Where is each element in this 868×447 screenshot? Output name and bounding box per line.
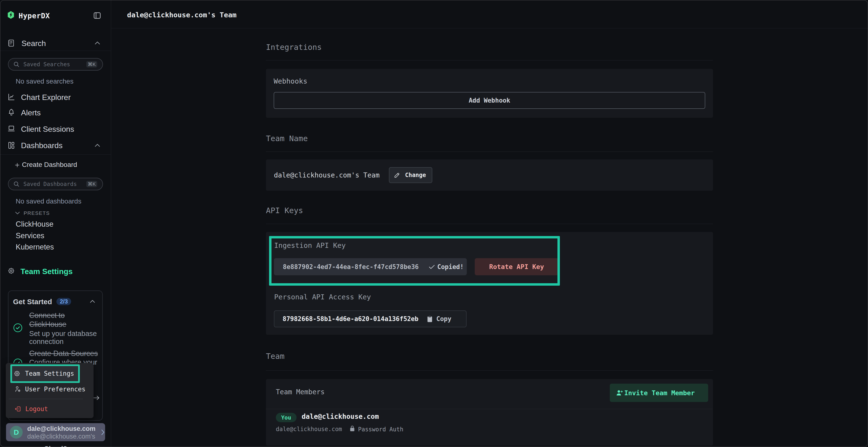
cloud-banner-text[interactable]: Cloud?: [0, 445, 111, 447]
user-subtitle: dale@clickhouse.com's: [27, 433, 95, 440]
copy-label: Copy: [436, 315, 452, 322]
change-team-name-button[interactable]: Change: [389, 167, 432, 183]
preset-item-clickhouse[interactable]: ClickHouse: [16, 220, 54, 229]
sidebar-divider: [0, 50, 111, 51]
menu-item-team-settings[interactable]: Team Settings: [14, 370, 81, 378]
magnifier-icon: [13, 61, 20, 67]
saved-dashboards-input[interactable]: ⌘K: [8, 178, 103, 190]
user-name: dale@clickhouse.com: [27, 425, 95, 433]
team-name-value: dale@clickhouse.com's Team: [274, 171, 379, 179]
client-sessions-laptop-icon: [8, 126, 15, 132]
shortcut-badge: ⌘K: [86, 181, 97, 187]
sidebar-collapse-icon[interactable]: [94, 12, 101, 19]
nav-label: Chart Explorer: [21, 93, 71, 102]
clipboard-icon: [427, 315, 433, 322]
sidebar-item-chart-explorer[interactable]: Chart Explorer: [0, 93, 111, 102]
team-section-label: Team: [266, 352, 284, 361]
section-divider: [266, 370, 713, 371]
alerts-bell-icon: [8, 108, 15, 116]
nav-label: Client Sessions: [21, 125, 74, 134]
section-divider: [266, 60, 713, 61]
change-button-label: Change: [405, 172, 426, 178]
shortcut-badge: ⌘K: [86, 61, 97, 67]
sidebar-item-alerts[interactable]: Alerts: [0, 108, 111, 117]
chart-explorer-icon: [8, 94, 15, 101]
dashboards-layout-icon: [8, 142, 15, 149]
ingestion-key-highlight-box: [269, 236, 560, 286]
member-email: dale@clickhouse.com: [276, 426, 342, 433]
check-circle-icon: [13, 323, 23, 332]
chevron-up-icon[interactable]: [94, 41, 100, 45]
webhooks-title: Webhooks: [274, 77, 307, 85]
saved-searches-input-field[interactable]: [23, 61, 86, 67]
presets-toggle[interactable]: PRESETS: [0, 209, 111, 217]
nav-label: Dashboards: [21, 141, 63, 150]
no-saved-dashboards-note: No saved dashboards: [16, 198, 81, 205]
sidebar-item-client-sessions[interactable]: Client Sessions: [0, 125, 111, 134]
team-name-section-label: Team Name: [266, 134, 308, 143]
menu-user-preferences-label: User Preferences: [25, 386, 85, 393]
menu-divider: [9, 399, 83, 399]
sidebar-item-search[interactable]: Search: [0, 39, 111, 49]
create-dashboard-label: Create Dashboard: [22, 161, 77, 169]
preset-item-kubernetes[interactable]: Kubernetes: [16, 243, 54, 251]
saved-dashboards-input-field[interactable]: [23, 181, 86, 187]
get-started-title: Get Started: [13, 298, 52, 306]
add-webhook-button[interactable]: Add Webhook: [274, 92, 705, 109]
presets-label: PRESETS: [24, 210, 50, 216]
invite-team-member-button[interactable]: Invite Team Member: [610, 384, 708, 402]
personal-api-key-label: Personal API Access Key: [274, 293, 371, 301]
sidebar-item-team-settings[interactable]: Team Settings: [0, 267, 111, 277]
person-plus-icon: [616, 389, 623, 396]
chevron-down-icon: [15, 211, 20, 215]
get-started-progress-badge: 2/3: [56, 298, 71, 305]
team-card-divider: [266, 409, 713, 409]
hyperdx-logo-icon: [7, 11, 14, 19]
personal-api-key-value: 87982668-58b1-4d6e-a620-014a136f52eb: [283, 315, 418, 322]
invite-button-label: Invite Team Member: [624, 389, 695, 397]
team-members-label: Team Members: [276, 388, 324, 396]
page-title: dale@clickhouse.com's Team: [127, 11, 237, 19]
sidebar-search-label: Search: [22, 39, 46, 48]
integrations-section-label: Integrations: [266, 43, 322, 52]
pencil-icon: [394, 172, 400, 178]
chevron-up-icon[interactable]: [94, 143, 100, 147]
menu-item-logout[interactable]: Logout: [14, 405, 82, 413]
search-journal-icon: [8, 39, 14, 47]
nav-label: Alerts: [21, 108, 41, 117]
chevron-up-icon[interactable]: [90, 299, 95, 303]
page-header: dale@clickhouse.com's Team: [111, 0, 868, 28]
gear-icon: [8, 267, 15, 274]
gear-icon: [14, 370, 20, 377]
preset-item-services[interactable]: Services: [16, 232, 44, 240]
user-gear-icon: [14, 386, 21, 392]
create-dashboard-button[interactable]: Create Dashboard: [0, 161, 111, 170]
get-started-item-title[interactable]: Create Data Sources: [29, 349, 99, 358]
get-started-item-title[interactable]: Connect to ClickHouse: [29, 311, 99, 329]
menu-item-user-preferences[interactable]: User Preferences: [14, 386, 82, 393]
brand-title: HyperDX: [19, 11, 50, 20]
magnifier-icon: [13, 181, 20, 187]
api-keys-section-label: API Keys: [266, 206, 303, 215]
chevron-right-icon: [101, 429, 105, 436]
menu-team-settings-label: Team Settings: [25, 370, 74, 377]
member-name: dale@clickhouse.com: [302, 413, 379, 420]
lock-icon: [350, 425, 355, 432]
saved-searches-input[interactable]: ⌘K: [8, 58, 103, 71]
menu-logout-label: Logout: [25, 405, 48, 413]
arrow-right-icon: [93, 395, 100, 401]
you-badge: You: [276, 413, 297, 422]
sidebar-item-dashboards[interactable]: Dashboards: [0, 141, 111, 150]
sidebar: HyperDX Search ⌘K No saved searches: [0, 0, 111, 447]
auth-method-label: Password Auth: [358, 426, 403, 433]
logout-icon: [14, 406, 21, 412]
team-settings-label: Team Settings: [21, 267, 72, 276]
no-saved-searches-note: No saved searches: [16, 77, 73, 85]
plus-icon: [14, 162, 20, 168]
avatar: D: [10, 426, 23, 439]
section-divider: [266, 151, 713, 152]
get-started-item-desc: Set up your database connection: [29, 330, 101, 345]
personal-api-key-chip[interactable]: 87982668-58b1-4d6e-a620-014a136f52eb Cop…: [274, 310, 467, 327]
